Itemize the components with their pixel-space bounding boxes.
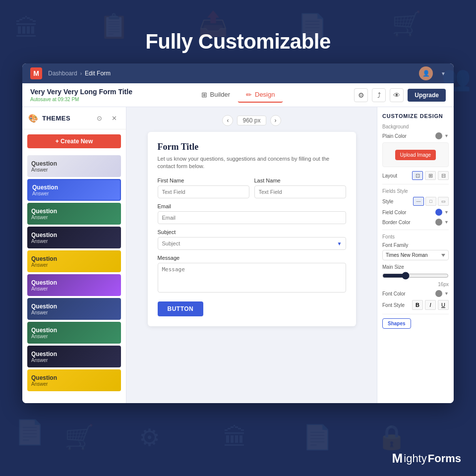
font-family-select[interactable]: Times New Roman Arial Georgia (382, 250, 449, 260)
plain-color-dot (435, 132, 442, 139)
font-color-dot (435, 290, 442, 297)
size-prev-button[interactable]: ‹ (222, 115, 233, 126)
tab-builder-label: Builder (210, 91, 230, 98)
label-subject: Subject (158, 229, 346, 235)
theme-item-6[interactable]: Question Answer (27, 274, 121, 296)
deco-bank2-icon: 🏛 (223, 424, 247, 451)
share-button[interactable]: ⤴ (372, 88, 386, 102)
sidebar-actions: ⊙ ✕ (93, 112, 120, 124)
avatar[interactable]: 👤 (419, 66, 433, 80)
field-color-toggle[interactable]: ▼ (435, 209, 449, 216)
border-color-dot (435, 219, 442, 226)
size-value: 16px (382, 282, 449, 287)
style-label: Style (382, 199, 393, 204)
theme-item-9[interactable]: Question Answer (27, 346, 121, 367)
form-size-label: 960 px (237, 116, 266, 125)
nav-bar: M Dashboard › Edit Form 👤 ▼ (22, 63, 454, 83)
font-color-label: Font Color (382, 291, 406, 297)
theme-item-5[interactable]: Question Answer (27, 250, 121, 272)
avatar-img: 👤 (422, 70, 430, 77)
layout-label: Layout (382, 173, 397, 178)
theme-item-4[interactable]: Question Answer (27, 227, 121, 248)
sidebar-title: THEMES (42, 115, 70, 122)
preview-button[interactable]: 👁 (390, 88, 404, 102)
breadcrumb: Dashboard › Edit Form (48, 70, 111, 77)
form-group-message: Message (158, 255, 346, 293)
border-color-toggle[interactable]: ▼ (435, 219, 449, 226)
theme-list: Question Answer Question Answer Question… (22, 153, 126, 403)
form-card-description: Let us know your questions, suggestions … (158, 155, 346, 171)
theme-item-2[interactable]: Question Answer (27, 179, 121, 201)
theme-item-10[interactable]: Question Answer (27, 369, 121, 391)
shapes-button[interactable]: Shapes (382, 318, 411, 329)
field-color-label: Field Color (382, 210, 406, 215)
font-color-toggle[interactable]: ▼ (435, 290, 449, 297)
brand-forms: Forms (428, 452, 461, 465)
sidebar-header: 🎨 THEMES ⊙ ✕ (22, 107, 126, 129)
border-color-label: Border Color (382, 220, 411, 225)
tab-design[interactable]: ✏ Design (238, 88, 283, 103)
sidebar-icon-1[interactable]: ⊙ (93, 112, 105, 124)
border-color-row: Border Color ▼ (382, 219, 449, 226)
layout-row: Layout ⊡ ⊞ ⊟ (382, 171, 449, 180)
input-lastname[interactable] (254, 185, 346, 198)
font-style-label: Font Style (382, 302, 405, 308)
settings-button[interactable]: ⚙ (354, 88, 368, 102)
create-new-button[interactable]: + Create New (27, 134, 121, 148)
style-opt-2[interactable]: □ (425, 197, 436, 206)
label-email: Email (158, 203, 346, 209)
style-opt-1[interactable]: — (413, 197, 424, 206)
bold-button[interactable]: B (412, 300, 423, 310)
form-submit-button[interactable]: BUTTON (158, 301, 204, 316)
section-fonts: Fonts (382, 234, 449, 239)
form-card: Form Title Let us know your questions, s… (148, 132, 356, 326)
layout-opt-2[interactable]: ⊞ (425, 171, 436, 180)
font-style-buttons: B I U (412, 300, 449, 310)
size-slider-wrap (382, 272, 449, 281)
main-heading: Fully Customizable (0, 0, 476, 63)
field-color-dot (435, 209, 442, 216)
theme-item-8[interactable]: Question Answer (27, 322, 121, 344)
brand-mighty: ighty (404, 452, 426, 465)
theme-item-3[interactable]: Question Answer (27, 203, 121, 225)
italic-button[interactable]: I (425, 300, 436, 310)
section-fields: Fields Style (382, 188, 449, 194)
underline-button[interactable]: U (438, 300, 449, 310)
font-family-label: Font Family (382, 242, 449, 248)
style-opt-3[interactable]: ▭ (438, 197, 449, 206)
input-firstname[interactable] (158, 185, 249, 198)
size-slider[interactable] (382, 272, 449, 280)
style-options: — □ ▭ (413, 197, 449, 206)
tab-builder[interactable]: ⊞ Builder (193, 88, 238, 103)
input-email[interactable] (158, 211, 346, 224)
brand: M ighty Forms (392, 451, 461, 466)
upload-image-button[interactable]: Upload Image (395, 150, 436, 160)
font-color-row: Font Color ▼ (382, 290, 449, 297)
deco-lock-icon: 🔒 (377, 423, 407, 451)
upgrade-button[interactable]: Upgrade (408, 89, 446, 102)
border-color-chevron-icon: ▼ (444, 220, 449, 225)
label-message: Message (158, 255, 346, 261)
font-style-row: Font Style B I U (382, 300, 449, 310)
nav-logo: M (30, 67, 42, 79)
font-color-chevron-icon: ▼ (444, 291, 449, 296)
themes-icon: 🎨 (28, 114, 38, 123)
layout-opt-1[interactable]: ⊡ (412, 171, 423, 180)
breadcrumb-separator: › (80, 71, 82, 76)
textarea-message[interactable] (158, 263, 346, 293)
sidebar-header-left: 🎨 THEMES (28, 114, 70, 123)
form-group-lastname: Last Name (254, 178, 346, 198)
deco-pdf2-icon: 📄 (302, 423, 332, 451)
select-subject[interactable] (158, 237, 346, 250)
theme-item-1[interactable]: Question Answer (27, 155, 121, 177)
brand-m: M (392, 451, 403, 466)
sidebar-close-icon[interactable]: ✕ (108, 112, 120, 124)
label-firstname: First Name (158, 178, 249, 183)
plain-color-toggle[interactable]: ▼ (435, 132, 449, 139)
tab-design-label: Design (255, 91, 275, 98)
customize-panel: CUSTOMIZE DESIGN Background Plain Color … (377, 107, 454, 403)
layout-opt-3[interactable]: ⊟ (438, 171, 449, 180)
theme-item-7[interactable]: Question Answer (27, 298, 121, 320)
breadcrumb-home[interactable]: Dashboard (48, 70, 77, 77)
size-next-button[interactable]: › (270, 115, 281, 126)
